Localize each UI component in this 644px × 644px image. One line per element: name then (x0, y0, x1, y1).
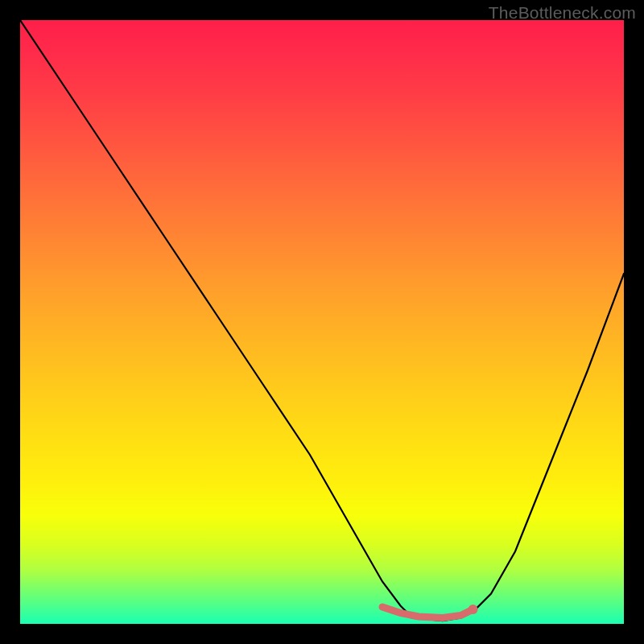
chart-container: TheBottleneck.com (0, 0, 644, 644)
highlight-end-dot (469, 605, 478, 614)
highlight-segment (382, 607, 473, 618)
bottleneck-curve (20, 20, 624, 621)
curve-svg (20, 20, 624, 624)
plot-area (20, 20, 624, 624)
